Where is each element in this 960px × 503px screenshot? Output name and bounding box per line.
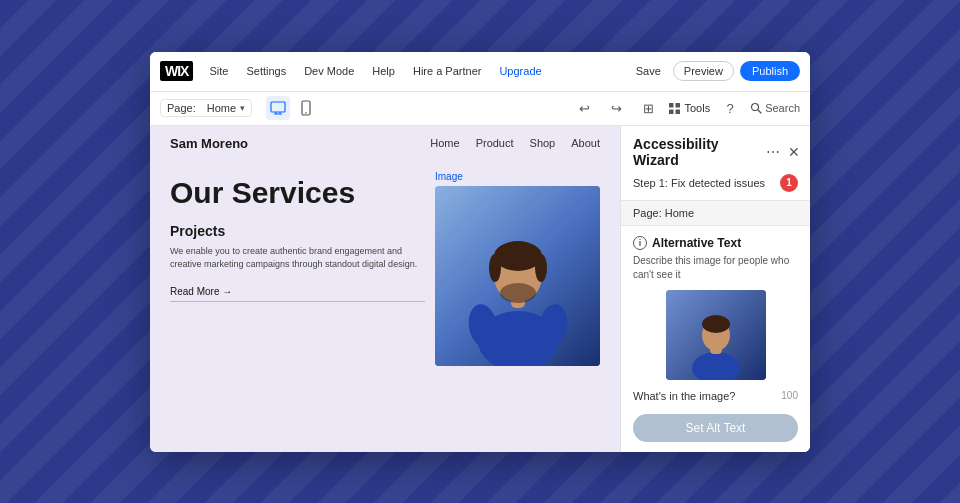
help-icon-button[interactable]: ? [718,96,742,120]
site-body: Our Services Projects We enable you to c… [150,161,620,366]
site-nav-about[interactable]: About [571,137,600,149]
search-area[interactable]: Search [750,102,800,114]
svg-point-19 [500,283,536,303]
top-bar-right: Save Preview Publish [630,61,800,81]
panel-page-label: Page: Home [621,200,810,226]
site-text-section: Our Services Projects We enable you to c… [170,171,425,366]
nav-devmode[interactable]: Dev Mode [298,65,360,77]
svg-rect-7 [676,103,681,108]
desktop-view-button[interactable] [266,96,290,120]
char-count: 100 [781,390,798,401]
set-alt-text-button[interactable]: Set Alt Text [633,414,798,442]
page-label: Page: [167,102,196,114]
browser-window: WIX Site Settings Dev Mode Help Hire a P… [150,52,810,452]
site-nav: Home Product Shop About [430,137,600,149]
panel-body: i Alternative Text Describe this image f… [621,226,810,406]
wix-logo: WIX [160,61,193,81]
svg-rect-8 [669,109,674,114]
nav-site[interactable]: Site [203,65,234,77]
search-label: Search [765,102,800,114]
tools-button[interactable]: Tools [668,102,710,115]
svg-point-26 [702,315,730,333]
nav-help[interactable]: Help [366,65,401,77]
second-bar: Page: Home ▾ ↩ ↪ ⊞ [150,92,810,126]
panel-close-button[interactable]: ✕ [788,144,800,160]
site-image-section: Image [435,171,600,366]
second-bar-right: ↩ ↪ ⊞ Tools ? Search [572,96,800,120]
info-icon: i [633,236,647,250]
site-body-text: We enable you to create authentic brand … [170,245,425,272]
svg-point-16 [494,241,542,271]
step-label: Step 1: Fix detected issues [633,177,765,189]
alt-text-title: Alternative Text [652,236,741,250]
panel-step: Step 1: Fix detected issues 1 [621,172,810,200]
zoom-button[interactable]: ⊞ [636,96,660,120]
site-nav-shop[interactable]: Shop [530,137,556,149]
alt-text-header: i Alternative Text [633,236,798,250]
site-header: Sam Moreno Home Product Shop About [150,126,620,161]
chevron-down-icon: ▾ [240,103,245,113]
svg-rect-0 [271,102,285,112]
panel-header: Accessibility Wizard ⋯ ✕ [621,126,810,172]
what-label: What's in the image? [633,390,735,402]
what-in-image-row: What's in the image? 100 [633,390,798,402]
top-bar: WIX Site Settings Dev Mode Help Hire a P… [150,52,810,92]
page-selector[interactable]: Page: Home ▾ [160,99,252,117]
svg-rect-6 [669,103,674,108]
svg-point-5 [305,112,307,114]
mobile-view-button[interactable] [294,96,318,120]
panel-footer: Set Alt Text [621,406,810,452]
svg-point-10 [752,104,759,111]
logo-last: Moreno [197,136,248,151]
image-label: Image [435,171,600,182]
accessibility-panel: Accessibility Wizard ⋯ ✕ Step 1: Fix det… [620,126,810,452]
panel-title: Accessibility Wizard [633,136,766,168]
svg-rect-9 [676,109,681,114]
site-heading: Our Services [170,176,425,209]
alt-text-desc: Describe this image for people who can't… [633,254,798,282]
logo-first: Sam [170,136,197,151]
site-nav-product[interactable]: Product [476,137,514,149]
site-subheading: Projects [170,223,425,239]
panel-more-button[interactable]: ⋯ [766,144,780,160]
site-logo: Sam Moreno [170,136,248,151]
preview-button[interactable]: Preview [673,61,734,81]
panel-header-icons: ⋯ ✕ [766,144,800,160]
main-area: Sam Moreno Home Product Shop About Our S… [150,126,810,452]
publish-button[interactable]: Publish [740,61,800,81]
site-nav-home[interactable]: Home [430,137,459,149]
view-mode-icons [266,96,318,120]
nav-settings[interactable]: Settings [240,65,292,77]
undo-button[interactable]: ↩ [572,96,596,120]
save-button[interactable]: Save [630,65,667,77]
step-badge: 1 [780,174,798,192]
panel-image-thumb [666,290,766,380]
site-divider [170,301,425,302]
site-photo [435,186,600,366]
svg-line-11 [758,110,761,113]
redo-button[interactable]: ↪ [604,96,628,120]
nav-upgrade[interactable]: Upgrade [493,65,547,77]
nav-hirepartner[interactable]: Hire a Partner [407,65,487,77]
page-name: Home [207,102,236,114]
svg-point-18 [535,254,547,282]
svg-point-17 [489,254,501,282]
website-preview: Sam Moreno Home Product Shop About Our S… [150,126,620,452]
site-read-more[interactable]: Read More → [170,286,425,297]
tools-label: Tools [684,102,710,114]
